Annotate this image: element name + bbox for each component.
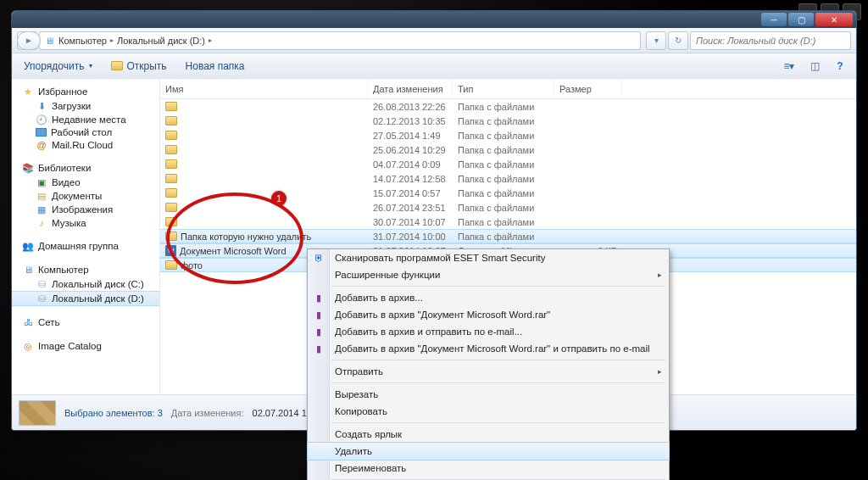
ctx-delete[interactable]: Удалить xyxy=(308,443,669,460)
sidebar-image-catalog[interactable]: Image Catalog xyxy=(38,341,102,351)
column-headers[interactable]: Имя Дата изменения Тип Размер xyxy=(160,79,856,99)
drive-icon: ⛁ xyxy=(36,293,47,304)
minimize-button[interactable]: ─ xyxy=(761,13,787,26)
sidebar-item-recent[interactable]: 🕘Недавние места xyxy=(12,113,159,126)
ctx-archive-named-email[interactable]: ▮Добавить в архив "Документ Microsoft Wo… xyxy=(308,340,669,357)
archive-icon: ▮ xyxy=(312,291,326,304)
documents-icon: ▤ xyxy=(36,190,47,202)
ctx-rename[interactable]: Переименовать xyxy=(308,460,669,477)
homegroup-icon: 👥 xyxy=(22,240,34,252)
folder-icon xyxy=(165,131,177,140)
column-date[interactable]: Дата изменения xyxy=(368,79,453,98)
folder-icon xyxy=(165,217,177,226)
table-row[interactable]: —26.07.2014 23:51Папка с файлами xyxy=(160,200,856,215)
computer-icon: 🖥 xyxy=(43,35,55,47)
folder-icon xyxy=(165,116,177,126)
table-row-selected[interactable]: Папка которую нужно удалить31.07.2014 10… xyxy=(160,229,856,243)
titlebar[interactable]: ─ ▢ ✕ xyxy=(12,11,856,28)
navigation-pane: ★Избранное ⬇Загрузки 🕘Недавние места Раб… xyxy=(12,79,160,394)
table-row[interactable]: —25.06.2014 10:29Папка с файлами xyxy=(160,142,856,157)
table-row[interactable]: —02.12.2013 10:35Папка с файлами xyxy=(160,114,856,128)
archive-icon: ▮ xyxy=(312,308,326,321)
video-icon: ▣ xyxy=(36,176,47,188)
table-row[interactable]: —14.07.2014 12:58Папка с файлами xyxy=(160,171,856,186)
table-row[interactable]: —27.05.2014 1:49Папка с файлами xyxy=(160,128,856,142)
favorites-icon: ★ xyxy=(22,86,34,98)
folder-icon xyxy=(111,61,123,70)
catalog-icon: ◎ xyxy=(22,340,34,352)
column-name[interactable]: Имя xyxy=(160,79,368,98)
mailru-icon: @ xyxy=(36,139,47,151)
sidebar-item-drive-c[interactable]: ⛁Локальный диск (C:) xyxy=(12,277,159,291)
desktop-icon xyxy=(36,128,47,137)
breadcrumb-drive[interactable]: Локальный диск (D:) xyxy=(117,36,205,46)
view-options-button[interactable]: ≡▾ xyxy=(780,59,798,74)
ctx-cut[interactable]: Вырезать xyxy=(308,386,669,403)
column-size[interactable]: Размер xyxy=(554,79,622,98)
forward-button[interactable]: ► xyxy=(17,31,41,50)
folder-icon xyxy=(165,174,177,183)
ctx-archive-email[interactable]: ▮Добавить в архив и отправить по e-mail.… xyxy=(308,323,669,340)
shield-icon: ⛨ xyxy=(312,251,326,265)
preview-pane-button[interactable]: ◫ xyxy=(805,59,824,74)
folder-icon xyxy=(165,102,177,111)
folder-icon xyxy=(165,260,177,270)
column-type[interactable]: Тип xyxy=(453,79,554,98)
breadcrumb-root[interactable]: Компьютер xyxy=(58,36,107,46)
recent-icon: 🕘 xyxy=(36,114,47,126)
music-icon: ♪ xyxy=(36,217,47,229)
table-row[interactable]: —26.08.2013 22:26Папка с файлами xyxy=(160,99,856,114)
sidebar-network[interactable]: Сеть xyxy=(38,317,60,327)
ctx-scan[interactable]: ⛨Сканировать программой ESET Smart Secur… xyxy=(308,249,669,266)
ctx-shortcut[interactable]: Создать ярлык xyxy=(308,426,669,443)
search-input[interactable] xyxy=(690,31,851,50)
help-button[interactable]: ? xyxy=(831,59,849,74)
address-dropdown[interactable]: ▾ xyxy=(646,31,666,50)
pictures-icon: ▦ xyxy=(36,204,47,215)
ctx-archive-add[interactable]: ▮Добавить в архив... xyxy=(308,289,669,306)
sidebar-item-downloads[interactable]: ⬇Загрузки xyxy=(12,99,159,113)
status-date-label: Дата изменения: xyxy=(171,408,244,418)
table-row[interactable]: —15.07.2014 0:57Папка с файлами xyxy=(160,186,856,200)
ctx-advanced[interactable]: Расширенные функции xyxy=(308,266,669,283)
sidebar-item-desktop[interactable]: Рабочий стол xyxy=(12,126,159,138)
computer-icon: 🖥 xyxy=(22,264,34,276)
ctx-copy[interactable]: Копировать xyxy=(308,403,669,420)
archive-icon: ▮ xyxy=(312,342,326,355)
folder-icon xyxy=(165,159,177,169)
sidebar-homegroup[interactable]: Домашняя группа xyxy=(38,241,119,251)
table-row[interactable]: —04.07.2014 0:09Папка с файлами xyxy=(160,157,856,171)
sidebar-libraries[interactable]: Библиотеки xyxy=(38,163,91,173)
sidebar-item-videos[interactable]: ▣Видео xyxy=(12,176,159,189)
ctx-send[interactable]: Отправить xyxy=(308,363,669,380)
context-menu: ⛨Сканировать программой ESET Smart Secur… xyxy=(307,248,670,480)
downloads-icon: ⬇ xyxy=(36,100,47,112)
sidebar-item-music[interactable]: ♪Музыка xyxy=(12,216,159,230)
sidebar-favorites[interactable]: Избранное xyxy=(38,87,87,97)
navigation-bar: ◄ ► ▾ 🖥 Компьютер ▸ Локальный диск (D:) … xyxy=(12,28,856,53)
new-folder-button[interactable]: Новая папка xyxy=(181,59,250,74)
address-bar[interactable]: 🖥 Компьютер ▸ Локальный диск (D:) ▸ xyxy=(39,31,641,50)
status-thumbnail xyxy=(19,400,56,426)
sidebar-item-documents[interactable]: ▤Документы xyxy=(12,189,159,203)
organize-button[interactable]: Упорядочить xyxy=(19,59,97,74)
sidebar-item-drive-d[interactable]: ⛁Локальный диск (D:) xyxy=(12,291,159,306)
word-icon xyxy=(165,245,176,256)
open-button[interactable]: Открыть xyxy=(106,59,171,74)
folder-icon xyxy=(165,203,177,212)
ctx-archive-named[interactable]: ▮Добавить в архив "Документ Microsoft Wo… xyxy=(308,306,669,323)
folder-icon xyxy=(165,232,177,241)
sidebar-item-mailru[interactable]: @Mail.Ru Cloud xyxy=(12,138,159,152)
network-icon: 🖧 xyxy=(22,316,34,328)
close-button[interactable]: ✕ xyxy=(815,13,853,26)
refresh-button[interactable]: ↻ xyxy=(668,31,688,50)
drive-icon: ⛁ xyxy=(36,278,47,290)
maximize-button[interactable]: ▢ xyxy=(788,13,814,26)
status-selection-count: Выбрано элементов: 3 xyxy=(64,408,163,418)
folder-icon xyxy=(165,145,177,154)
sidebar-computer[interactable]: Компьютер xyxy=(38,265,89,275)
archive-icon: ▮ xyxy=(312,325,326,338)
libraries-icon: 📚 xyxy=(22,162,34,174)
sidebar-item-pictures[interactable]: ▦Изображения xyxy=(12,203,159,216)
table-row[interactable]: —30.07.2014 10:07Папка с файлами xyxy=(160,215,856,229)
